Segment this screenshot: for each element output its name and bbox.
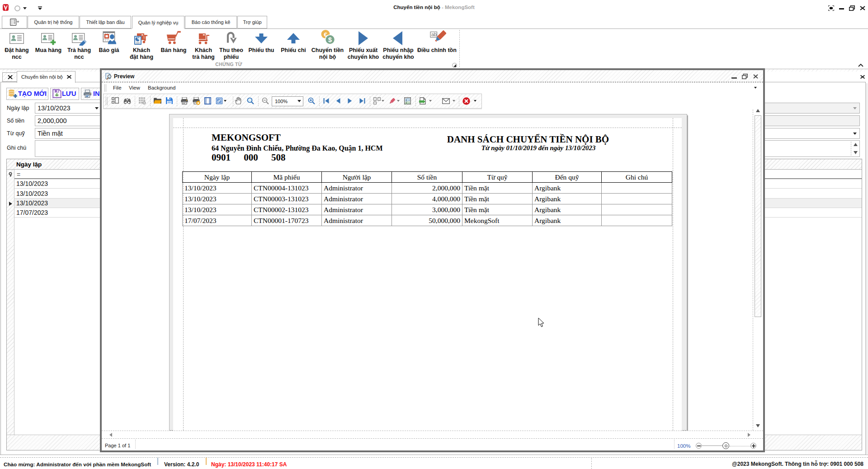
- svg-text:$: $: [328, 36, 332, 43]
- svg-text:ab: ab: [431, 32, 437, 37]
